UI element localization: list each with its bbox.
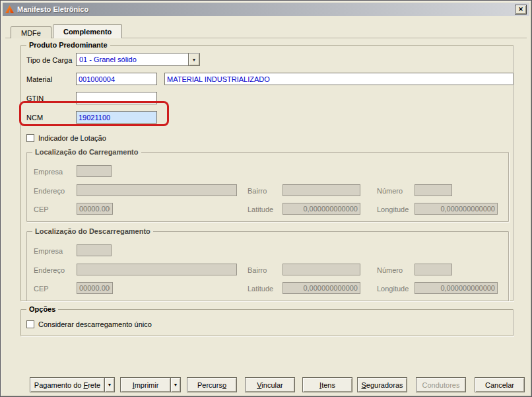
numero-input	[415, 184, 452, 196]
indicador-lotacao-label: Indicador de Lotação	[38, 134, 106, 143]
longitude-label: Longitude	[377, 285, 409, 293]
produto-predominante-group: Produto Predominante Tipo de Carga 01 - …	[20, 45, 514, 301]
tab-strip: MDFe Complemento	[11, 24, 122, 38]
material-description-input[interactable]	[164, 73, 514, 85]
tipo-de-carga-value: 01 - Granel sólido	[77, 54, 188, 65]
numero-input	[415, 264, 452, 275]
seguradoras-button[interactable]: Seguradoras	[357, 377, 407, 392]
localizacao-carregamento-group: Localização do Carregamento Empresa Ende…	[26, 152, 509, 222]
latitude-input	[283, 282, 360, 294]
vincular-button[interactable]: Vincular	[245, 377, 295, 392]
tab-complemento[interactable]: Complemento	[53, 24, 122, 38]
numero-label: Número	[377, 187, 403, 196]
localizacao-descarregamento-group: Localização do Descarregamento Empresa E…	[26, 231, 509, 301]
material-label: Material	[26, 75, 52, 84]
cep-input	[77, 282, 113, 294]
cep-label: CEP	[34, 205, 49, 214]
close-icon[interactable]: ✕	[515, 5, 527, 15]
pagamento-do-frete-button[interactable]: Pagamento do Frete	[30, 377, 105, 392]
chevron-down-icon: ▼	[108, 382, 112, 387]
title-bar[interactable]: Manifesto Eletrônico ✕	[3, 3, 529, 16]
tab-mdfe[interactable]: MDFe	[11, 26, 51, 38]
latitude-label: Latitude	[248, 205, 273, 214]
condutores-button: Condutores	[416, 377, 466, 392]
endereco-input	[77, 184, 237, 196]
pagamento-do-frete-dropdown-button[interactable]: ▼	[104, 377, 115, 392]
bairro-input	[283, 184, 360, 196]
material-code-input[interactable]	[76, 73, 157, 85]
imprimir-button[interactable]: Imprimir	[120, 377, 171, 392]
tipo-de-carga-select[interactable]: 01 - Granel sólido ▼	[76, 53, 200, 66]
bairro-label: Bairro	[248, 187, 267, 196]
indicador-lotacao-checkbox[interactable]	[26, 134, 34, 142]
numero-label: Número	[377, 266, 403, 275]
ncm-input[interactable]	[76, 111, 157, 124]
opcoes-group: Opções Considerar descarregamento único	[20, 309, 514, 336]
cep-label: CEP	[34, 285, 49, 293]
tipo-de-carga-label: Tipo de Carga	[26, 56, 72, 65]
itens-button[interactable]: Itens	[302, 377, 352, 392]
chevron-down-icon[interactable]: ▼	[188, 54, 199, 65]
latitude-label: Latitude	[248, 285, 273, 293]
gtin-label: GTIN	[26, 94, 44, 103]
cancelar-button[interactable]: Cancelar	[475, 377, 525, 392]
produto-predominante-title: Produto Predominante	[26, 41, 110, 49]
gtin-input[interactable]	[76, 92, 157, 104]
empresa-input	[77, 244, 112, 256]
longitude-input	[415, 203, 498, 215]
endereco-label: Endereço	[34, 266, 65, 275]
localizacao-carregamento-title: Localização do Carregamento	[32, 148, 141, 156]
endereco-input	[77, 264, 237, 275]
empresa-label: Empresa	[34, 247, 63, 256]
bairro-input	[283, 264, 360, 275]
longitude-label: Longitude	[377, 205, 409, 214]
endereco-label: Endereço	[34, 187, 65, 196]
app-icon	[5, 5, 14, 13]
opcoes-title: Opções	[26, 305, 58, 313]
button-bar: Pagamento do Frete ▼ Imprimir ▼ Percurso…	[1, 377, 531, 392]
empresa-input	[77, 165, 112, 177]
percurso-button[interactable]: Percurso	[187, 377, 237, 392]
window-title: Manifesto Eletrônico	[17, 5, 88, 13]
empresa-label: Empresa	[34, 168, 63, 176]
descarregamento-unico-label: Considerar descarregamento único	[38, 320, 152, 329]
ncm-label: NCM	[26, 114, 43, 122]
localizacao-descarregamento-title: Localização do Descarregamento	[32, 227, 153, 235]
latitude-input	[283, 203, 360, 215]
cep-input	[77, 203, 113, 215]
longitude-input	[415, 282, 498, 294]
bairro-label: Bairro	[248, 266, 267, 275]
chevron-down-icon: ▼	[174, 382, 178, 387]
descarregamento-unico-checkbox[interactable]	[26, 320, 34, 328]
imprimir-dropdown-button[interactable]: ▼	[170, 377, 181, 392]
manifesto-eletronico-dialog: Manifesto Eletrônico ✕ MDFe Complemento …	[0, 0, 532, 397]
